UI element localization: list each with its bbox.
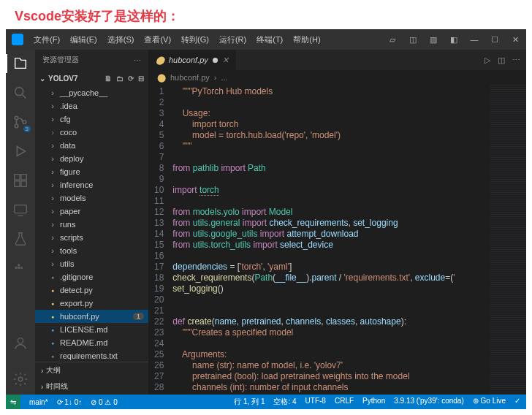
tab-close-icon[interactable]: ✕: [222, 56, 229, 65]
git-sync[interactable]: ⟳ 1↓ 0↑: [57, 398, 83, 406]
menu-item[interactable]: 转到(G): [177, 32, 213, 47]
docker-icon[interactable]: [12, 260, 28, 276]
tab-label: hubconf.py: [169, 56, 208, 64]
file-item[interactable]: ●LICENSE.md: [35, 323, 148, 336]
status-item[interactable]: ⊚ Go Live: [473, 397, 506, 407]
folder-item[interactable]: ›inference: [35, 178, 148, 191]
code-editor[interactable]: 1234567891011121314151617181920212223242…: [148, 85, 526, 395]
folder-item[interactable]: ›models: [35, 191, 148, 205]
split-icon[interactable]: ◫: [498, 56, 505, 65]
account-icon[interactable]: [12, 335, 28, 351]
tab-hubconf[interactable]: ⬤ hubconf.py ✕: [148, 50, 237, 70]
timeline-section[interactable]: ›时间线: [35, 378, 148, 395]
menu-bar: 文件(F)编辑(E)选择(S)查看(V)转到(G)运行(R)终端(T)帮助(H): [29, 32, 325, 47]
folder-item[interactable]: ›cfg: [35, 113, 148, 126]
svg-rect-8: [15, 205, 27, 213]
python-icon: ⬤: [156, 56, 164, 65]
file-item[interactable]: ●hubconf.py1: [35, 310, 148, 323]
menu-item[interactable]: 运行(R): [215, 32, 251, 47]
file-tree[interactable]: ›__pycache__›.idea›cfg›coco›data›deploy›…: [35, 86, 148, 362]
file-item[interactable]: ●.gitignore: [35, 270, 148, 283]
tab-more-icon[interactable]: ⋯: [512, 56, 520, 65]
folder-item[interactable]: ›__pycache__: [35, 86, 148, 99]
folder-item[interactable]: ›runs: [35, 218, 148, 231]
menu-item[interactable]: 选择(S): [103, 32, 139, 47]
testing-icon[interactable]: [12, 231, 28, 247]
menu-item[interactable]: 编辑(E): [66, 32, 102, 47]
refresh-icon[interactable]: ⟳: [128, 75, 134, 83]
folder-item[interactable]: ›figure: [35, 165, 148, 178]
svg-rect-7: [21, 181, 26, 186]
status-item[interactable]: CRLF: [335, 397, 354, 407]
problems[interactable]: ⊘ 0 ⚠ 0: [91, 398, 117, 406]
remote-indicator[interactable]: ⇋: [6, 395, 20, 409]
layout-panel-icon[interactable]: ◫: [408, 34, 418, 45]
breadcrumb-more[interactable]: ...: [221, 73, 228, 82]
sidebar-more-icon[interactable]: ⋯: [134, 56, 141, 64]
file-item[interactable]: ●export.py: [35, 297, 148, 310]
menu-item[interactable]: 文件(F): [29, 32, 64, 47]
window-controls: ▱ ◫ ▥ ◧ — ☐ ✕: [387, 34, 520, 45]
vscode-icon: [12, 34, 23, 45]
new-folder-icon[interactable]: 🗀: [116, 75, 123, 83]
customize-icon[interactable]: ◧: [449, 34, 459, 45]
status-item[interactable]: UTF-8: [305, 397, 326, 407]
folder-item[interactable]: ›deploy: [35, 152, 148, 165]
folder-item[interactable]: ›tools: [35, 244, 148, 257]
close-icon[interactable]: ✕: [510, 34, 520, 45]
project-header[interactable]: ⌄ YOLOV7 🗎 🗀 ⟳ ⊟: [35, 70, 148, 86]
folder-item[interactable]: ›utils: [35, 257, 148, 270]
svg-point-13: [18, 338, 23, 343]
sidebar: 资源管理器 ⋯ ⌄ YOLOV7 🗎 🗀 ⟳ ⊟ ›__pycache__›.i…: [35, 50, 148, 395]
title-bar: 文件(F)编辑(E)选择(S)查看(V)转到(G)运行(R)终端(T)帮助(H)…: [6, 29, 526, 50]
outline-section[interactable]: ›大纲: [35, 362, 148, 378]
file-item[interactable]: ●detect.py: [35, 283, 148, 297]
status-item[interactable]: 3.9.13 ('py39': conda): [394, 397, 464, 407]
folder-item[interactable]: ›paper: [35, 205, 148, 218]
folder-item[interactable]: ›coco: [35, 126, 148, 139]
menu-item[interactable]: 查看(V): [140, 32, 175, 47]
modified-indicator: [213, 58, 218, 63]
svg-point-2: [15, 124, 18, 128]
status-item[interactable]: Python: [362, 397, 385, 407]
folder-item[interactable]: ›.idea: [35, 99, 148, 113]
extensions-icon[interactable]: [12, 172, 28, 189]
minimap[interactable]: [490, 85, 526, 395]
code-lines[interactable]: """PyTorch Hub models Usage: import torc…: [172, 85, 490, 395]
svg-point-14: [18, 377, 23, 381]
source-control-icon[interactable]: 3: [12, 114, 28, 130]
minimize-icon[interactable]: —: [469, 34, 479, 45]
status-item[interactable]: 行 1, 列 1: [234, 397, 265, 407]
collapse-icon[interactable]: ⊟: [138, 75, 144, 83]
line-gutter: 1234567891011121314151617181920212223242…: [148, 85, 172, 395]
menu-item[interactable]: 帮助(H): [289, 32, 324, 47]
layout-icon[interactable]: ▱: [387, 34, 398, 45]
editor-area: ⬤ hubconf.py ✕ ▷ ◫ ⋯ ⬤ hubconf.py › ... …: [148, 50, 526, 395]
menu-item[interactable]: 终端(T): [252, 32, 287, 47]
remote-icon[interactable]: [12, 202, 28, 218]
breadcrumb-file[interactable]: hubconf.py: [170, 73, 210, 82]
svg-rect-5: [21, 175, 26, 180]
activity-bar: 3: [6, 50, 35, 395]
git-branch[interactable]: main*: [29, 398, 48, 406]
sidebar-header: 资源管理器 ⋯: [35, 50, 148, 70]
new-file-icon[interactable]: 🗎: [104, 75, 112, 83]
svg-rect-11: [20, 267, 23, 269]
file-item[interactable]: ●README.md: [35, 336, 148, 349]
svg-point-3: [23, 121, 26, 124]
status-item[interactable]: ✓: [514, 397, 520, 407]
layout-side-icon[interactable]: ▥: [428, 34, 438, 45]
run-icon[interactable]: ▷: [484, 56, 490, 65]
settings-gear-icon[interactable]: [12, 371, 28, 387]
svg-rect-12: [18, 264, 20, 267]
search-icon[interactable]: [12, 85, 28, 101]
breadcrumb[interactable]: ⬤ hubconf.py › ...: [148, 70, 526, 85]
svg-rect-9: [15, 267, 18, 269]
status-item[interactable]: 空格: 4: [273, 397, 296, 407]
run-debug-icon[interactable]: [12, 143, 28, 159]
maximize-icon[interactable]: ☐: [490, 34, 500, 45]
file-item[interactable]: ●requirements.txt: [35, 349, 148, 362]
explorer-icon[interactable]: [12, 56, 28, 72]
folder-item[interactable]: ›scripts: [35, 231, 148, 244]
folder-item[interactable]: ›data: [35, 139, 148, 152]
